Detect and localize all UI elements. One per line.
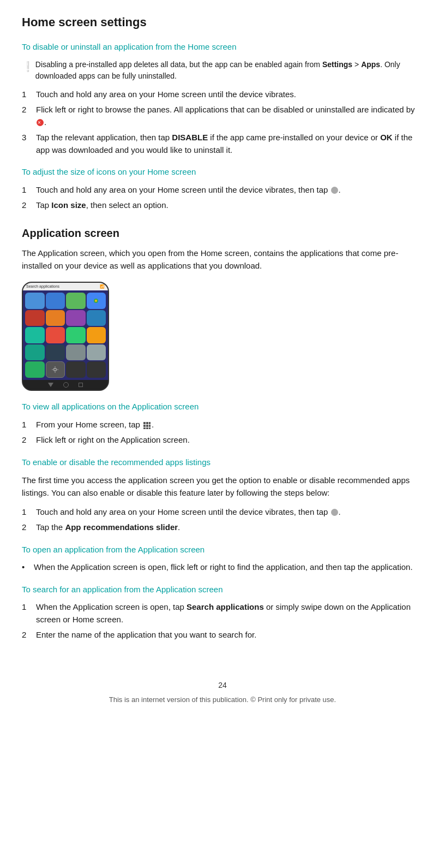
adjust-step-1: 1 Touch and hold any area on your Home s… [22,184,423,197]
view-all-steps-list: 1 From your Home screen, tap . 2 Flick l… [22,419,423,447]
app-icon-payment [87,327,106,343]
home-button [63,382,69,388]
enable-disable-steps-list: 1 Touch and hold any area on your Home s… [22,506,423,534]
app-icon-clock [25,344,45,361]
adjust-steps-list: 1 Touch and hold any area on your Home s… [22,184,423,212]
heading-disable-uninstall: To disable or uninstall an application f… [22,41,423,53]
svg-point-2 [54,368,57,371]
app-icon-whatsnew [66,327,86,343]
heading-view-all: To view all applications on the Applicat… [22,401,423,413]
warning-icon: ❕ [22,60,31,74]
gear-icon [331,187,338,194]
svg-rect-15 [149,427,151,429]
search-step-2: 2 Enter the name of the application that… [22,629,423,641]
back-button [48,383,53,387]
phone-bottom-bar [23,380,108,390]
heading-enable-disable: To enable or disable the recommended app… [22,456,423,469]
phone-screen [23,290,108,380]
enable-disable-body: The first time you access the applicatio… [22,474,423,500]
app-icon-green [25,361,45,378]
application-screen-body: The Application screen, which you open f… [22,247,423,272]
page-content: Home screen settings To disable or unins… [0,0,445,738]
footer-text: This is an internet version of this publ… [22,694,423,705]
heading-application-screen: Application screen [22,225,423,241]
svg-rect-5 [52,370,53,370]
app-icon-ps [87,310,106,326]
red-dot-icon [37,119,44,126]
svg-rect-7 [143,422,146,424]
svg-rect-13 [143,427,146,429]
heading-search-app: To search for an application from the Ap… [22,584,423,596]
disable-steps-list: 1 Touch and hold any area on your Home s… [22,88,423,157]
app-icon-blank2 [87,361,106,378]
svg-point-1 [95,300,97,302]
search-step-1: 1 When the Application screen is open, t… [22,601,423,626]
note-text: Disabling a pre-installed app deletes al… [35,59,423,82]
view-all-step-1: 1 From your Home screen, tap . [22,419,423,431]
svg-rect-12 [149,425,151,427]
app-icon-blank [66,361,86,378]
svg-rect-9 [149,422,151,424]
svg-rect-4 [55,372,56,373]
disable-step-3: 3 Tap the relevant application, then tap… [22,132,423,156]
heading-adjust-icons: To adjust the size of icons on your Home… [22,166,423,179]
phone-screenshot-container: Search applications 📶 [22,282,423,391]
svg-rect-8 [146,422,148,424]
disable-step-2: 2 Flick left or right to browse the pane… [22,104,423,128]
apps-grid-icon [143,421,151,429]
open-app-list: • When the Application screen is open, f… [22,561,423,574]
open-app-bullet: • When the Application screen is open, f… [22,561,423,574]
page-footer: 24 This is an internet version of this p… [22,674,423,705]
apps-bold: Apps [361,60,380,69]
phone-mockup: Search applications 📶 [22,282,109,391]
svg-rect-6 [57,370,58,370]
app-icon-video [46,310,65,326]
app-icon-notes [66,344,86,361]
settings-bold: Settings [322,60,352,69]
app-icon-phone [25,293,45,309]
svg-rect-3 [55,366,56,367]
svg-rect-10 [143,425,146,427]
app-icon-camera [87,293,106,309]
app-icon-settings [46,361,65,378]
app-icon-contacts [66,293,86,309]
app-icon-browser [46,293,65,309]
app-icon-gallery [66,310,86,326]
heading-open-app: To open an application from the Applicat… [22,544,423,556]
view-all-step-2: 2 Flick left or right on the Application… [22,434,423,447]
note-box: ❕ Disabling a pre-installed app deletes … [22,59,423,82]
svg-rect-11 [146,425,148,427]
phone-status-bar: Search applications 📶 [23,283,108,290]
disable-step-1: 1 Touch and hold any area on your Home s… [22,88,423,101]
page-title: Home screen settings [22,13,423,31]
app-icon-music [25,310,45,326]
enable-disable-step-1: 1 Touch and hold any area on your Home s… [22,506,423,519]
app-icon-weather [87,344,106,361]
svg-rect-14 [146,427,148,429]
adjust-step-2: 2 Tap Icon size, then select an option. [22,199,423,212]
gear-icon-2 [331,509,338,516]
app-icon-cal [46,344,65,361]
recents-button [79,383,83,387]
app-icon-maps [25,327,45,343]
page-number: 24 [22,680,423,691]
app-icon-album [46,327,65,343]
enable-disable-step-2: 2 Tap the App recommendations slider. [22,521,423,534]
search-steps-list: 1 When the Application screen is open, t… [22,601,423,641]
